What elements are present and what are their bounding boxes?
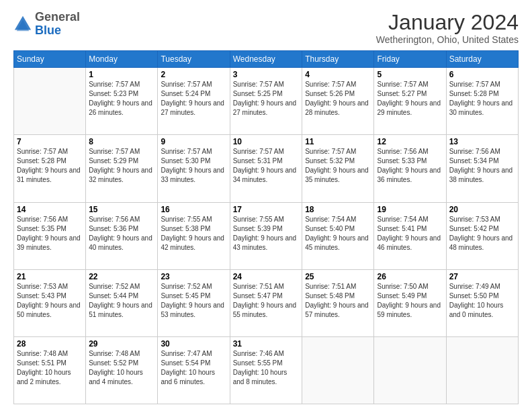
day-number: 22: [89, 272, 154, 281]
day-info: Sunrise: 7:48 AMSunset: 5:51 PMDaylight:…: [17, 349, 83, 387]
cell-w4-d6: [446, 336, 518, 404]
day-info: Sunrise: 7:57 AMSunset: 5:29 PMDaylight:…: [89, 147, 154, 185]
logo-general-text: General: [35, 10, 80, 24]
cell-w2-d3: 17Sunrise: 7:55 AMSunset: 5:39 PMDayligh…: [230, 202, 302, 269]
day-info: Sunrise: 7:55 AMSunset: 5:39 PMDaylight:…: [233, 215, 300, 253]
cell-w4-d0: 28Sunrise: 7:48 AMSunset: 5:51 PMDayligh…: [14, 336, 86, 404]
day-info: Sunrise: 7:57 AMSunset: 5:26 PMDaylight:…: [305, 80, 371, 118]
day-info: Sunrise: 7:46 AMSunset: 5:55 PMDaylight:…: [233, 349, 300, 387]
day-info: Sunrise: 7:57 AMSunset: 5:25 PMDaylight:…: [233, 80, 300, 118]
cell-w2-d2: 16Sunrise: 7:55 AMSunset: 5:38 PMDayligh…: [158, 202, 230, 269]
day-number: 12: [377, 137, 443, 146]
day-number: 7: [17, 137, 83, 146]
day-number: 8: [89, 137, 154, 146]
day-number: 10: [233, 137, 300, 146]
day-number: 25: [305, 272, 371, 281]
location: Wetherington, Ohio, United States: [376, 34, 519, 45]
week-row-3: 14Sunrise: 7:56 AMSunset: 5:35 PMDayligh…: [14, 202, 519, 269]
day-number: 27: [449, 272, 515, 281]
day-info: Sunrise: 7:56 AMSunset: 5:33 PMDaylight:…: [377, 147, 443, 185]
col-sunday: Sunday: [14, 51, 86, 68]
logo-blue-text: Blue: [35, 24, 61, 37]
cell-w0-d0: [14, 68, 86, 135]
day-number: 4: [305, 70, 371, 79]
day-info: Sunrise: 7:47 AMSunset: 5:54 PMDaylight:…: [161, 349, 226, 387]
day-number: 30: [161, 339, 226, 349]
cell-w2-d4: 18Sunrise: 7:54 AMSunset: 5:40 PMDayligh…: [302, 202, 374, 269]
day-info: Sunrise: 7:56 AMSunset: 5:36 PMDaylight:…: [89, 215, 154, 253]
day-number: 19: [377, 205, 443, 214]
day-info: Sunrise: 7:57 AMSunset: 5:32 PMDaylight:…: [305, 147, 371, 185]
cell-w1-d6: 13Sunrise: 7:56 AMSunset: 5:34 PMDayligh…: [446, 135, 518, 202]
day-info: Sunrise: 7:57 AMSunset: 5:27 PMDaylight:…: [377, 80, 443, 118]
day-number: 2: [161, 70, 226, 79]
col-thursday: Thursday: [302, 51, 374, 68]
day-number: 6: [449, 70, 515, 79]
cell-w3-d1: 22Sunrise: 7:52 AMSunset: 5:44 PMDayligh…: [86, 269, 158, 336]
day-number: 5: [377, 70, 443, 79]
day-number: 13: [449, 137, 515, 146]
cell-w0-d5: 5Sunrise: 7:57 AMSunset: 5:27 PMDaylight…: [374, 68, 446, 135]
day-number: 14: [17, 205, 83, 214]
day-number: 17: [233, 205, 300, 214]
day-info: Sunrise: 7:57 AMSunset: 5:28 PMDaylight:…: [17, 147, 83, 185]
col-monday: Monday: [86, 51, 158, 68]
day-info: Sunrise: 7:54 AMSunset: 5:41 PMDaylight:…: [377, 215, 443, 253]
col-saturday: Saturday: [446, 51, 518, 68]
day-info: Sunrise: 7:52 AMSunset: 5:44 PMDaylight:…: [89, 282, 154, 320]
title-section: January 2024 Wetherington, Ohio, United …: [376, 11, 519, 45]
day-number: 29: [89, 339, 154, 349]
cell-w3-d3: 24Sunrise: 7:51 AMSunset: 5:47 PMDayligh…: [230, 269, 302, 336]
week-row-5: 28Sunrise: 7:48 AMSunset: 5:51 PMDayligh…: [14, 336, 519, 404]
day-number: 28: [17, 339, 83, 349]
page: General Blue January 2024 Wetherington, …: [0, 0, 532, 411]
day-info: Sunrise: 7:51 AMSunset: 5:48 PMDaylight:…: [305, 282, 371, 320]
day-number: 24: [233, 272, 300, 281]
day-info: Sunrise: 7:56 AMSunset: 5:35 PMDaylight:…: [17, 215, 83, 253]
cell-w2-d6: 20Sunrise: 7:53 AMSunset: 5:42 PMDayligh…: [446, 202, 518, 269]
logo-text: General Blue: [35, 11, 80, 38]
day-info: Sunrise: 7:57 AMSunset: 5:23 PMDaylight:…: [89, 80, 154, 118]
cell-w3-d5: 26Sunrise: 7:50 AMSunset: 5:49 PMDayligh…: [374, 269, 446, 336]
cell-w4-d4: [302, 336, 374, 404]
cell-w1-d3: 10Sunrise: 7:57 AMSunset: 5:31 PMDayligh…: [230, 135, 302, 202]
col-friday: Friday: [374, 51, 446, 68]
day-info: Sunrise: 7:57 AMSunset: 5:24 PMDaylight:…: [161, 80, 226, 118]
cell-w3-d2: 23Sunrise: 7:52 AMSunset: 5:45 PMDayligh…: [158, 269, 230, 336]
cell-w4-d3: 31Sunrise: 7:46 AMSunset: 5:55 PMDayligh…: [230, 336, 302, 404]
day-info: Sunrise: 7:48 AMSunset: 5:52 PMDaylight:…: [89, 349, 154, 387]
cell-w3-d0: 21Sunrise: 7:53 AMSunset: 5:43 PMDayligh…: [14, 269, 86, 336]
calendar-table: Sunday Monday Tuesday Wednesday Thursday…: [13, 50, 519, 404]
cell-w0-d6: 6Sunrise: 7:57 AMSunset: 5:28 PMDaylight…: [446, 68, 518, 135]
day-info: Sunrise: 7:50 AMSunset: 5:49 PMDaylight:…: [377, 282, 443, 320]
day-number: 31: [233, 339, 300, 349]
week-row-4: 21Sunrise: 7:53 AMSunset: 5:43 PMDayligh…: [14, 269, 519, 336]
day-info: Sunrise: 7:52 AMSunset: 5:45 PMDaylight:…: [161, 282, 226, 320]
month-title: January 2024: [376, 11, 519, 34]
day-number: 20: [449, 205, 515, 214]
day-number: 15: [89, 205, 154, 214]
cell-w1-d1: 8Sunrise: 7:57 AMSunset: 5:29 PMDaylight…: [86, 135, 158, 202]
header: General Blue January 2024 Wetherington, …: [13, 11, 519, 45]
cell-w2-d1: 15Sunrise: 7:56 AMSunset: 5:36 PMDayligh…: [86, 202, 158, 269]
cell-w1-d2: 9Sunrise: 7:57 AMSunset: 5:30 PMDaylight…: [158, 135, 230, 202]
day-number: 21: [17, 272, 83, 281]
cell-w0-d1: 1Sunrise: 7:57 AMSunset: 5:23 PMDaylight…: [86, 68, 158, 135]
day-info: Sunrise: 7:57 AMSunset: 5:28 PMDaylight:…: [449, 80, 515, 118]
day-number: 3: [233, 70, 300, 79]
day-info: Sunrise: 7:54 AMSunset: 5:40 PMDaylight:…: [305, 215, 371, 253]
day-number: 1: [89, 70, 154, 79]
day-info: Sunrise: 7:56 AMSunset: 5:34 PMDaylight:…: [449, 147, 515, 185]
day-number: 16: [161, 205, 226, 214]
header-row: Sunday Monday Tuesday Wednesday Thursday…: [14, 51, 519, 68]
day-number: 18: [305, 205, 371, 214]
col-tuesday: Tuesday: [158, 51, 230, 68]
day-number: 9: [161, 137, 226, 146]
day-info: Sunrise: 7:57 AMSunset: 5:30 PMDaylight:…: [161, 147, 226, 185]
cell-w2-d5: 19Sunrise: 7:54 AMSunset: 5:41 PMDayligh…: [374, 202, 446, 269]
cell-w4-d5: [374, 336, 446, 404]
day-number: 11: [305, 137, 371, 146]
cell-w0-d4: 4Sunrise: 7:57 AMSunset: 5:26 PMDaylight…: [302, 68, 374, 135]
day-number: 26: [377, 272, 443, 281]
cell-w0-d2: 2Sunrise: 7:57 AMSunset: 5:24 PMDaylight…: [158, 68, 230, 135]
